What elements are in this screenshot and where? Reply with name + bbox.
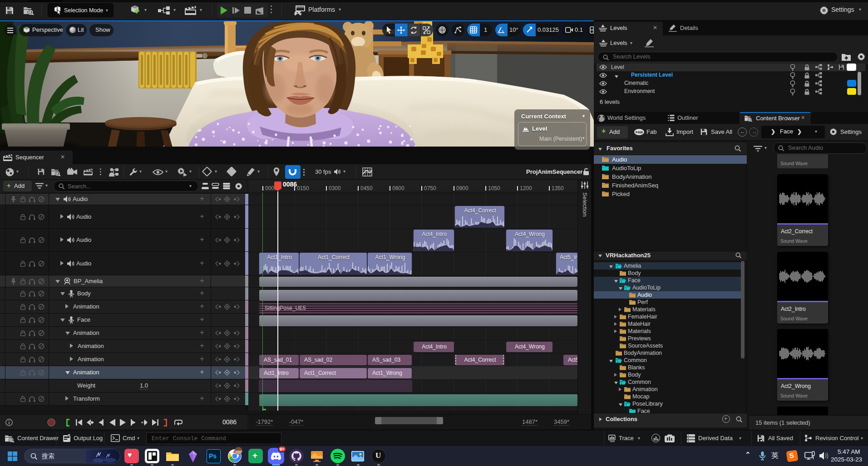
svg-text:FAB: FAB <box>636 130 643 134</box>
